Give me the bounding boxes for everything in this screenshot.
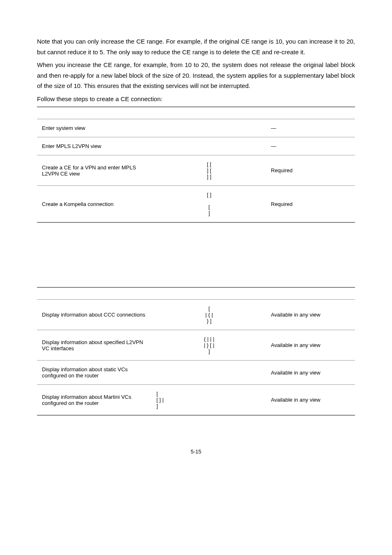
table1-cell: [152, 137, 266, 155]
table-row: Display information about specified L2VP…: [37, 330, 355, 361]
table2-header-1: [37, 287, 152, 300]
table2-cell: Available in any view: [266, 361, 355, 385]
table1-cell: —: [266, 119, 355, 137]
table-display-commands: Display information about CCC connection…: [37, 287, 355, 416]
table2-cell: { | | | | } [ | ]: [152, 330, 266, 361]
table2-cell: [ | { | } ]: [152, 300, 266, 330]
table2-header-3: [266, 287, 355, 300]
table2-cell: Display information about specified L2VP…: [37, 330, 152, 361]
table1-cell: Enter MPLS L2VPN view: [37, 137, 152, 155]
table1-cell: Create a Kompella connection: [37, 186, 152, 223]
table1-cell: Required: [266, 186, 355, 223]
table2-cell: Display information about CCC connection…: [37, 300, 152, 330]
table2-header-2: [152, 287, 266, 300]
table2-cell: Display information about static VCs con…: [37, 361, 152, 385]
paragraph-1: Note that you can only increase the CE r…: [37, 36, 355, 57]
paragraph-2: When you increase the CE range, for exam…: [37, 60, 355, 91]
table2-cell: Display information about Martini VCs co…: [37, 385, 152, 416]
table2-cell: Available in any view: [266, 385, 355, 416]
table1-cell: Enter system view: [37, 119, 152, 137]
table-row: Enter system view —: [37, 119, 355, 137]
table1-cell: Required: [266, 155, 355, 186]
table1-cell: [ ] [ ]: [152, 186, 266, 223]
table2-cell: Available in any view: [266, 300, 355, 330]
table1-cell: [ [ ] [ ] ]: [152, 155, 266, 186]
table-row: Display information about CCC connection…: [37, 300, 355, 330]
table-row: Create a CE for a VPN and enter MPLS L2V…: [37, 155, 355, 186]
table-row: Enter MPLS L2VPN view —: [37, 137, 355, 155]
table1-header-1: [37, 107, 152, 119]
table1-cell: Create a CE for a VPN and enter MPLS L2V…: [37, 155, 152, 186]
table-row: Display information about Martini VCs co…: [37, 385, 355, 416]
table-create-ce-connection: Enter system view — Enter MPLS L2VPN vie…: [37, 106, 355, 223]
table-row: Create a Kompella connection [ ] [ ] Req…: [37, 186, 355, 223]
page-number: 5-15: [37, 449, 355, 455]
table1-header-3: [266, 107, 355, 119]
table1-header-2: [152, 107, 266, 119]
table2-cell: Available in any view: [266, 330, 355, 361]
table2-cell: [ [ ] | ]: [152, 385, 266, 416]
table-row: Display information about static VCs con…: [37, 361, 355, 385]
table1-cell: [152, 119, 266, 137]
table1-cell: —: [266, 137, 355, 155]
table2-cell: [152, 361, 266, 385]
paragraph-3: Follow these steps to create a CE connec…: [37, 94, 355, 104]
